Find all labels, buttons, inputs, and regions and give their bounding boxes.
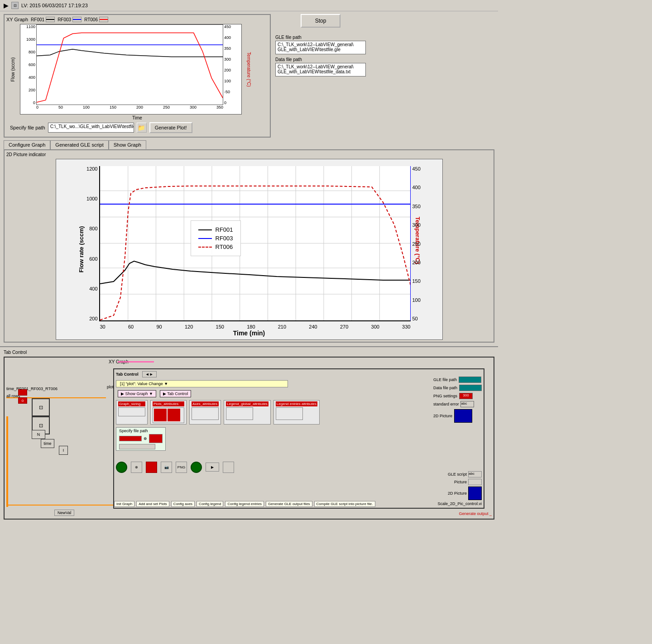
yl-800: 800: [89, 226, 97, 231]
n-block: N: [32, 430, 45, 439]
yr-400: 400: [412, 185, 421, 190]
tab-generated-gle-script[interactable]: Generated GLE script: [50, 140, 108, 149]
block-diagram-label: Tab Control: [4, 350, 494, 355]
gle-file-path-value: C:\_TLK_work\12--LabVIEW_general\GLE_wit…: [278, 42, 354, 52]
legend-item-rt006: RT006: [198, 243, 233, 250]
legend-rf001: RF001: [31, 17, 55, 22]
legend-rf003: RF003: [58, 17, 82, 22]
x-tick-300: 300: [190, 105, 197, 110]
data-file-path-value: C:\_TLK_work\12--LabVIEW_general\GLE_wit…: [278, 64, 354, 74]
y-axis-left-label: Flow (sccm): [11, 57, 16, 81]
picture-panel: 2D Picture indicator Flow rate (sccm) Te…: [4, 149, 494, 343]
plots-attributes-inner: [153, 407, 184, 423]
folder-button[interactable]: 📁: [137, 123, 147, 133]
legend-rt006-line: [100, 19, 108, 20]
init-graph-btn[interactable]: Init Graph: [114, 501, 134, 507]
specify-file-row: Specify file path C:\_TLK_wo...\GLE_with…: [6, 120, 268, 135]
small-graph-canvas: 1100 1000 800 600 400 200 0: [20, 24, 242, 114]
add-set-plots-btn[interactable]: Add and set Plots: [136, 501, 169, 507]
yr-250: 250: [412, 241, 421, 247]
yr-tick-50: -50: [224, 90, 230, 94]
yr-350: 350: [412, 204, 421, 209]
orange-wire-3: [6, 505, 115, 506]
legend-rt006-box[interactable]: [99, 17, 108, 22]
process-node-8: [223, 462, 234, 473]
tab-generated-gle-script-label: Generated GLE script: [55, 142, 103, 148]
legend-rf003-box[interactable]: [72, 17, 82, 22]
scale-2d-label: Scale_2D_Pic_control.vi: [437, 501, 482, 506]
legend-global-label: Legend_global_attributes: [226, 401, 268, 406]
legend-rf003-line: [73, 19, 81, 20]
gle-fp-block: [459, 377, 481, 383]
legend-rf001-name: RF001: [216, 226, 233, 233]
generate-plot-button[interactable]: Generate Plot!: [149, 122, 192, 133]
yr-300: 300: [412, 222, 421, 228]
y-tick-800: 800: [29, 50, 35, 54]
yr-tick-0: 0: [224, 100, 226, 105]
xt-300: 300: [371, 324, 379, 329]
legend-rt006: RT006: [84, 17, 108, 22]
block-diagram-inner: XY Graph all rows time_RF001_RF003_RT006…: [4, 357, 494, 520]
tab-configure-graph[interactable]: Configure Graph: [4, 140, 50, 149]
yr-tick-350: 350: [224, 46, 231, 51]
xy-graph-header: XY Graph RF001 RF003 RT006: [6, 17, 268, 22]
xt-30: 30: [100, 324, 105, 329]
plot-label: plot: [107, 385, 114, 389]
y-tick-0: 0: [33, 100, 35, 105]
x-tick-250: 250: [163, 105, 170, 110]
plots-red-block2: [168, 409, 180, 421]
xt-90: 90: [156, 324, 162, 329]
x-axis-label: Time: [6, 115, 268, 120]
file-path-red2: [149, 434, 163, 443]
compile-gle-btn[interactable]: Compile GLE script into picture file.: [314, 501, 375, 507]
config-legend-btn[interactable]: Config legend entries: [225, 501, 264, 507]
folder-icon: 📁: [138, 124, 145, 131]
process-node-5: PNG: [176, 462, 187, 473]
y-tick-1000: 1000: [26, 37, 35, 42]
config-axes-btn[interactable]: Config axes: [171, 501, 195, 507]
yr-200: 200: [412, 260, 421, 265]
xt-120: 120: [185, 324, 193, 329]
data-fp-block: [459, 385, 482, 391]
data-file-path-box: C:\_TLK_work\12--LabVIEW_general\GLE_wit…: [275, 63, 366, 76]
stop-button[interactable]: Stop: [301, 14, 341, 28]
specify-label: Specify file path: [10, 125, 45, 130]
yr-150: 150: [412, 278, 421, 284]
picture-label-bd: Picture: [454, 480, 467, 484]
right-panel: Stop GLE file path C:\_TLK_work\12--LabV…: [275, 14, 366, 76]
yr-tick-200: 200: [224, 68, 231, 72]
tab-show-graph-label: Show Graph: [114, 142, 141, 148]
chart-x-label: Time (min): [233, 329, 265, 337]
gle-fp-label: GLE file path: [433, 377, 457, 382]
rows-indicator: [18, 389, 27, 396]
yr-tick-100: 100: [224, 79, 231, 83]
gle-file-path-group: GLE file path C:\_TLK_work\12--LabVIEW_g…: [275, 35, 366, 54]
xt-330: 330: [402, 324, 410, 329]
process-node-4: 📷: [161, 462, 172, 473]
block-diagram: Tab Control XY Graph all rows time_RF001…: [0, 346, 498, 522]
picture-panel-label: 2D Picture indicator: [6, 152, 492, 157]
xy-graph-label: XY Graph: [6, 17, 28, 22]
x-tick-200: 200: [136, 105, 143, 110]
2d-picture-block2: [468, 487, 482, 500]
tab-control-block[interactable]: ▶ Tab Control: [160, 390, 191, 397]
config-legend-entries-btn[interactable]: Config legend: [197, 501, 223, 507]
graph-sizing-block: Graph_sizing: [116, 400, 148, 425]
new-val-block: NewVal: [54, 510, 74, 516]
show-graph-block[interactable]: ▶ Show Graph ▼: [118, 390, 156, 397]
chart-y-left-label: Flow rate (sccm): [77, 226, 84, 273]
data-fp-label: Data file path: [433, 386, 457, 390]
standard-error-label: standard error: [433, 402, 459, 406]
file-input-box[interactable]: C:\_TLK_wo...\GLE_with_LabVIEW\testfile: [48, 123, 134, 133]
tabs-row: Configure Graph Generated GLE script Sho…: [0, 140, 498, 149]
xt-240: 240: [309, 324, 317, 329]
legend-rf001-box[interactable]: [46, 17, 55, 22]
png-settings-label: PNG settings: [433, 394, 457, 398]
axes-attributes-inner: [192, 407, 219, 420]
yr-50: 50: [412, 316, 418, 321]
gen-gle-files-btn[interactable]: Generate GLE output files: [266, 501, 312, 507]
legend-rf003-name: RF003: [216, 235, 233, 242]
picture-canvas: Flow rate (sccm) Temperature (°C) Time (…: [56, 159, 443, 340]
tab-show-graph[interactable]: Show Graph: [109, 140, 146, 149]
process-node-1: [116, 462, 127, 473]
